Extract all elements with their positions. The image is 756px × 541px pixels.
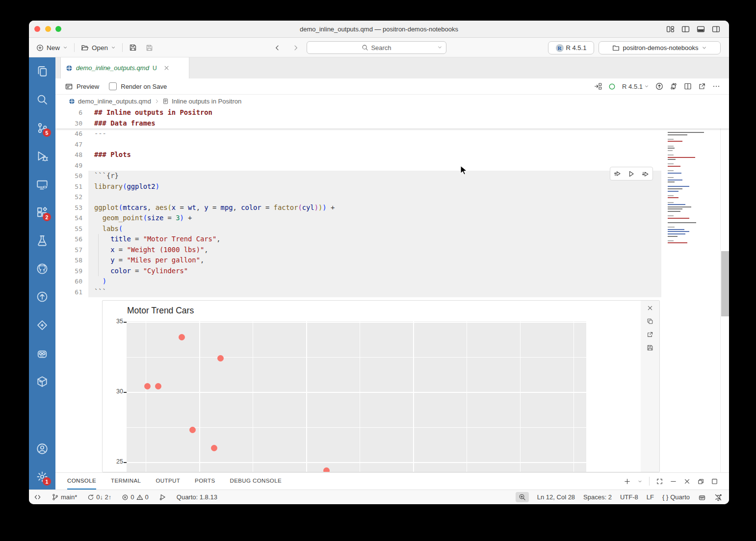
close-icon[interactable] — [647, 305, 653, 311]
sticky-line-30[interactable]: 30### Data frames — [55, 118, 661, 129]
panel-tab-output[interactable]: OUTPUT — [156, 473, 180, 489]
problems-status[interactable]: 00 — [122, 493, 148, 501]
git-sync-status[interactable]: 0↓ 2↑ — [87, 493, 111, 501]
indentation-status[interactable]: Spaces: 2 — [583, 493, 612, 501]
code-line-58[interactable]: 58 y = "Miles per gallon", — [55, 255, 661, 266]
window-layout-tile1-icon[interactable] — [666, 25, 675, 33]
activity-account-icon[interactable] — [36, 443, 48, 455]
restore-panel-icon[interactable] — [656, 478, 663, 485]
copy-icon[interactable] — [647, 318, 653, 325]
activity-debug-icon[interactable] — [36, 150, 48, 162]
activity-remote-explorer-icon[interactable] — [36, 179, 48, 191]
code-line-47[interactable]: 47 — [55, 139, 661, 150]
zoom-status-button[interactable] — [516, 492, 529, 502]
maximize-panel-icon[interactable] — [711, 478, 718, 485]
debug-status-icon[interactable] — [159, 493, 166, 501]
activity-settings-gear-icon[interactable]: 1 — [36, 471, 48, 483]
open-external-icon[interactable] — [698, 82, 706, 90]
code-line-46[interactable]: 46--- — [55, 129, 661, 139]
code-line-53[interactable]: 53ggplot(mtcars, aes(x = wt, y = mpg, co… — [55, 203, 661, 213]
badge: 1 — [43, 477, 51, 486]
activity-sparkle-icon[interactable] — [36, 319, 48, 331]
save-button[interactable] — [127, 42, 139, 53]
window-layout-tile3-icon[interactable] — [697, 25, 705, 33]
console-picker-chevron-icon[interactable] — [637, 479, 643, 484]
r-interpreter-button[interactable]: R R 4.5.1 — [548, 41, 594, 54]
panel-tab-console[interactable]: CONSOLE — [67, 473, 96, 489]
code-line-48[interactable]: 48### Plots — [55, 150, 661, 160]
tab-demo-inline-outputs[interactable]: demo_inline_outputs.qmd U — [60, 57, 189, 78]
code-line-61[interactable]: 61``` — [55, 287, 661, 298]
git-branch-status[interactable]: main* — [52, 493, 77, 501]
workspace-button[interactable]: positron-demos-notebooks — [599, 41, 721, 54]
activity-cube-icon[interactable] — [36, 376, 48, 387]
close-icon[interactable] — [163, 65, 170, 71]
minimap-line — [668, 186, 689, 187]
activity-test-beaker-icon[interactable] — [36, 234, 48, 246]
open-external-icon[interactable] — [647, 331, 653, 338]
sticky-line-6[interactable]: 6## Inline outputs in Positron — [55, 107, 661, 118]
encoding-status[interactable]: UTF-8 — [620, 493, 638, 501]
window-layout-tile4-icon[interactable] — [712, 25, 720, 33]
new-button[interactable]: New — [34, 42, 70, 53]
panel-tab-ports[interactable]: PORTS — [195, 473, 215, 489]
interpreter-selector[interactable]: R 4.5.1 — [622, 83, 649, 90]
open-button[interactable]: Open — [78, 42, 118, 53]
code-line-57[interactable]: 57 x = "Weight (1000 lbs)", — [55, 245, 661, 256]
sync-preview-icon[interactable] — [670, 82, 678, 90]
render-on-save-checkbox[interactable] — [109, 82, 117, 90]
code-line-54[interactable]: 54 geom_point(size = 3) + — [55, 213, 661, 224]
code-line-52[interactable]: 52 — [55, 192, 661, 203]
activity-github-icon[interactable] — [36, 263, 48, 275]
run-cells-above-icon[interactable] — [614, 170, 621, 178]
activity-publish-icon[interactable] — [36, 291, 48, 303]
more-actions-icon[interactable] — [712, 82, 720, 90]
code-line-60[interactable]: 60 ) — [55, 276, 661, 287]
breadcrumb-section[interactable]: Inline outputs in Positron — [172, 98, 241, 105]
breadcrumb-file[interactable]: demo_inline_outputs.qmd — [78, 98, 151, 105]
assistant-robot-icon[interactable] — [698, 493, 706, 501]
add-console-icon[interactable] — [624, 478, 631, 485]
run-cell-icon[interactable] — [627, 170, 635, 178]
minimap-line — [668, 204, 685, 205]
preview-button[interactable]: Preview — [77, 83, 99, 90]
code-line-50[interactable]: 50```{r} — [55, 171, 661, 181]
language-mode-status[interactable]: { }Quarto — [662, 493, 690, 501]
editor-scrollbar[interactable] — [720, 107, 729, 472]
forward-button[interactable] — [292, 44, 299, 52]
code-line-56[interactable]: 56 title = "Motor Trend Cars", — [55, 234, 661, 245]
code-line-55[interactable]: 55 labs( — [55, 224, 661, 234]
chevron-down-icon[interactable] — [437, 45, 443, 50]
back-button[interactable] — [274, 44, 281, 52]
run-section-icon[interactable] — [594, 82, 602, 90]
panel-tab-debug-console[interactable]: DEBUG CONSOLE — [230, 473, 282, 489]
minimize-panel-icon[interactable] — [670, 478, 677, 485]
quarto-version-status[interactable]: Quarto: 1.8.13 — [177, 493, 217, 501]
code-line-51[interactable]: 51library(ggplot2) — [55, 181, 661, 192]
eol-status[interactable]: LF — [647, 493, 654, 501]
scrollbar-thumb[interactable] — [721, 251, 729, 316]
code-line-59[interactable]: 59 color = "Cylinders" — [55, 266, 661, 277]
split-editor-icon[interactable] — [684, 82, 692, 90]
notifications-bell-icon[interactable] — [714, 493, 722, 501]
activity-files-icon[interactable] — [36, 65, 48, 77]
activity-search-icon[interactable] — [36, 94, 48, 105]
window-layout-tile2-icon[interactable] — [681, 25, 690, 33]
activity-source-control-icon[interactable]: 5 — [36, 122, 48, 134]
restore-icon[interactable] — [697, 478, 704, 485]
panel-tab-terminal[interactable]: TERMINAL — [111, 473, 141, 489]
publish-icon[interactable] — [655, 82, 663, 90]
minimap[interactable] — [666, 107, 707, 304]
editor-content[interactable]: 46---4748### Plots4950```{r}51library(gg… — [55, 107, 729, 472]
search-input[interactable]: Search — [307, 41, 446, 54]
remote-indicator-icon[interactable] — [34, 493, 41, 501]
code-line-49[interactable]: 49 — [55, 160, 661, 171]
activity-extensions-icon[interactable]: 2 — [36, 206, 48, 218]
close-panel-icon[interactable] — [683, 478, 691, 485]
save-icon[interactable] — [647, 344, 653, 351]
activity-robot-icon[interactable] — [36, 348, 48, 360]
cursor-position-status[interactable]: Ln 12, Col 28 — [537, 493, 575, 501]
save-all-button[interactable] — [143, 42, 156, 53]
run-cells-below-icon[interactable] — [642, 170, 649, 178]
minimap-line — [668, 170, 674, 171]
